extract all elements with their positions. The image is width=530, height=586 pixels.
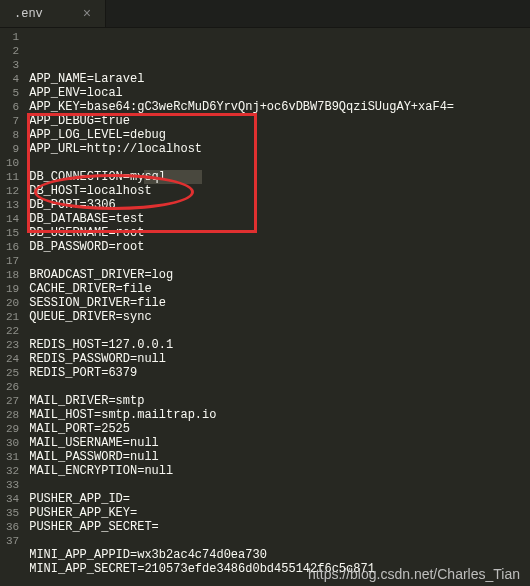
line-number: 26 [6,380,19,394]
code-line[interactable]: APP_KEY=base64:gC3weRcMuD6YrvQnj+oc6vDBW… [29,100,530,114]
code-line[interactable]: PUSHER_APP_KEY= [29,506,530,520]
line-number-gutter: 1234567891011121314151617181920212223242… [0,28,29,568]
editor-area[interactable]: 1234567891011121314151617181920212223242… [0,28,530,568]
line-number: 32 [6,464,19,478]
code-line[interactable]: DB_USERNAME=root [29,226,530,240]
code-line[interactable] [29,254,530,268]
line-number: 33 [6,478,19,492]
line-number: 7 [6,114,19,128]
line-number: 18 [6,268,19,282]
code-line[interactable]: APP_NAME=Laravel [29,72,530,86]
line-number: 23 [6,338,19,352]
code-line[interactable]: DB_CONNECTION=mysql [29,170,530,184]
line-number: 35 [6,506,19,520]
line-number: 30 [6,436,19,450]
code-line[interactable]: MINI_APP_APPID=wx3b2ac4c74d0ea730 [29,548,530,562]
watermark: https://blog.csdn.net/Charles_Tian [308,566,520,582]
line-number: 27 [6,394,19,408]
code-line[interactable] [29,534,530,548]
code-line[interactable]: REDIS_HOST=127.0.0.1 [29,338,530,352]
line-number: 22 [6,324,19,338]
code-line[interactable]: MAIL_PORT=2525 [29,422,530,436]
line-number: 13 [6,198,19,212]
code-line[interactable]: MAIL_ENCRYPTION=null [29,464,530,478]
code-line[interactable]: APP_LOG_LEVEL=debug [29,128,530,142]
code-line[interactable]: PUSHER_APP_SECRET= [29,520,530,534]
line-number: 10 [6,156,19,170]
tab-bar: .env × [0,0,530,28]
code-line[interactable]: REDIS_PORT=6379 [29,366,530,380]
line-number: 2 [6,44,19,58]
code-line[interactable]: DB_DATABASE=test [29,212,530,226]
code-line[interactable] [29,478,530,492]
code-line[interactable]: MAIL_USERNAME=null [29,436,530,450]
line-number: 28 [6,408,19,422]
code-line[interactable] [29,324,530,338]
close-icon[interactable]: × [83,6,91,22]
code-line[interactable]: REDIS_PASSWORD=null [29,352,530,366]
line-number: 25 [6,366,19,380]
line-number: 31 [6,450,19,464]
tab-env[interactable]: .env × [0,0,106,27]
code-line[interactable]: DB_HOST=localhost [29,184,530,198]
line-number: 14 [6,212,19,226]
code-line[interactable]: APP_URL=http://localhost [29,142,530,156]
line-number: 12 [6,184,19,198]
line-number: 15 [6,226,19,240]
line-number: 4 [6,72,19,86]
line-number: 36 [6,520,19,534]
code-content[interactable]: APP_NAME=LaravelAPP_ENV=localAPP_KEY=bas… [29,28,530,568]
code-line[interactable] [29,156,530,170]
line-number: 5 [6,86,19,100]
line-number: 20 [6,296,19,310]
line-number: 29 [6,422,19,436]
code-line[interactable]: DB_PORT=3306 [29,198,530,212]
line-number: 9 [6,142,19,156]
code-line[interactable]: MAIL_HOST=smtp.mailtrap.io [29,408,530,422]
code-line[interactable]: SESSION_DRIVER=file [29,296,530,310]
line-number: 19 [6,282,19,296]
line-number: 17 [6,254,19,268]
code-line[interactable]: PUSHER_APP_ID= [29,492,530,506]
code-line[interactable]: DB_PASSWORD=root [29,240,530,254]
line-number: 11 [6,170,19,184]
line-number: 34 [6,492,19,506]
code-line[interactable]: MAIL_PASSWORD=null [29,450,530,464]
code-line[interactable] [29,380,530,394]
line-number: 21 [6,310,19,324]
code-line[interactable]: APP_DEBUG=true [29,114,530,128]
line-number: 24 [6,352,19,366]
line-number: 37 [6,534,19,548]
tab-title: .env [14,7,43,21]
code-line[interactable]: MAIL_DRIVER=smtp [29,394,530,408]
line-number: 1 [6,30,19,44]
code-line[interactable]: QUEUE_DRIVER=sync [29,310,530,324]
code-line[interactable]: BROADCAST_DRIVER=log [29,268,530,282]
line-number: 3 [6,58,19,72]
code-line[interactable]: APP_ENV=local [29,86,530,100]
line-number: 6 [6,100,19,114]
line-number: 8 [6,128,19,142]
code-line[interactable]: CACHE_DRIVER=file [29,282,530,296]
line-number: 16 [6,240,19,254]
